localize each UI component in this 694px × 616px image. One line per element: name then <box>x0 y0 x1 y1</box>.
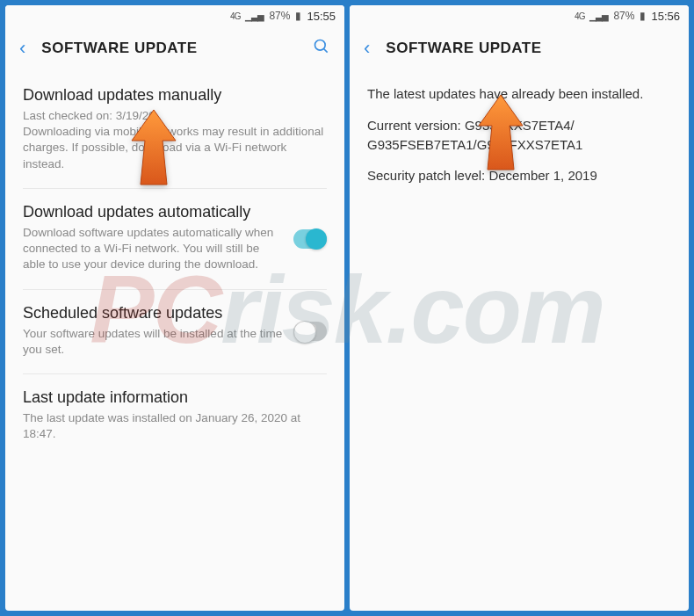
toggle-auto-download[interactable] <box>293 229 327 249</box>
toggle-scheduled[interactable] <box>293 322 327 341</box>
security-patch: Security patch level: December 1, 2019 <box>367 166 671 185</box>
item-subtitle: Last checked on: 3/19/20 Downloading via… <box>23 108 327 172</box>
header: ‹ SOFTWARE UPDATE <box>350 26 689 72</box>
header: ‹ SOFTWARE UPDATE <box>5 26 344 72</box>
status-bar: 4G ▁▃▅ 87% ▮ 15:56 <box>350 5 689 26</box>
item-title: Last update information <box>23 388 327 407</box>
battery-percent: 87% <box>269 10 290 22</box>
back-button[interactable]: ‹ <box>364 37 370 60</box>
svg-point-0 <box>315 40 326 50</box>
page-title: SOFTWARE UPDATE <box>41 40 297 57</box>
phone-right: 4G ▁▃▅ 87% ▮ 15:56 ‹ SOFTWARE UPDATE The… <box>350 5 689 611</box>
status-bar: 4G ▁▃▅ 87% ▮ 15:55 <box>5 5 344 26</box>
network-icon: 4G <box>230 11 240 21</box>
item-subtitle: The last update was installed on January… <box>23 410 327 442</box>
item-subtitle: Your software updates will be installed … <box>23 326 327 358</box>
back-button[interactable]: ‹ <box>19 37 25 60</box>
update-info: The latest updates have already been ins… <box>350 72 689 198</box>
battery-icon: ▮ <box>295 10 301 22</box>
page-title: SOFTWARE UPDATE <box>386 40 675 57</box>
item-title: Download updates automatically <box>23 203 327 221</box>
battery-percent: 87% <box>613 10 634 22</box>
signal-icon: ▁▃▅ <box>589 11 608 21</box>
clock: 15:56 <box>651 10 680 23</box>
item-download-manually[interactable]: Download updates manually Last checked o… <box>23 72 327 189</box>
item-subtitle: Download software updates automatically … <box>23 225 327 273</box>
version-label: Current version: <box>367 118 461 133</box>
item-scheduled[interactable]: Scheduled software updates Your software… <box>23 290 327 374</box>
item-title: Scheduled software updates <box>23 304 327 322</box>
svg-line-1 <box>324 48 328 52</box>
network-icon: 4G <box>575 11 584 21</box>
update-message: The latest updates have already been ins… <box>367 84 671 104</box>
content-list: Download updates manually Last checked o… <box>5 72 344 458</box>
version-info: Current version: G935FXXS7ETA4/ G935FSEB… <box>367 116 671 155</box>
phone-left: 4G ▁▃▅ 87% ▮ 15:55 ‹ SOFTWARE UPDATE Dow… <box>5 5 344 611</box>
search-icon[interactable] <box>313 38 330 60</box>
signal-icon: ▁▃▅ <box>245 11 264 21</box>
item-last-update[interactable]: Last update information The last update … <box>23 374 327 458</box>
item-download-auto[interactable]: Download updates automatically Download … <box>23 189 327 290</box>
battery-icon: ▮ <box>640 10 646 22</box>
clock: 15:55 <box>307 10 336 23</box>
item-title: Download updates manually <box>23 86 327 105</box>
